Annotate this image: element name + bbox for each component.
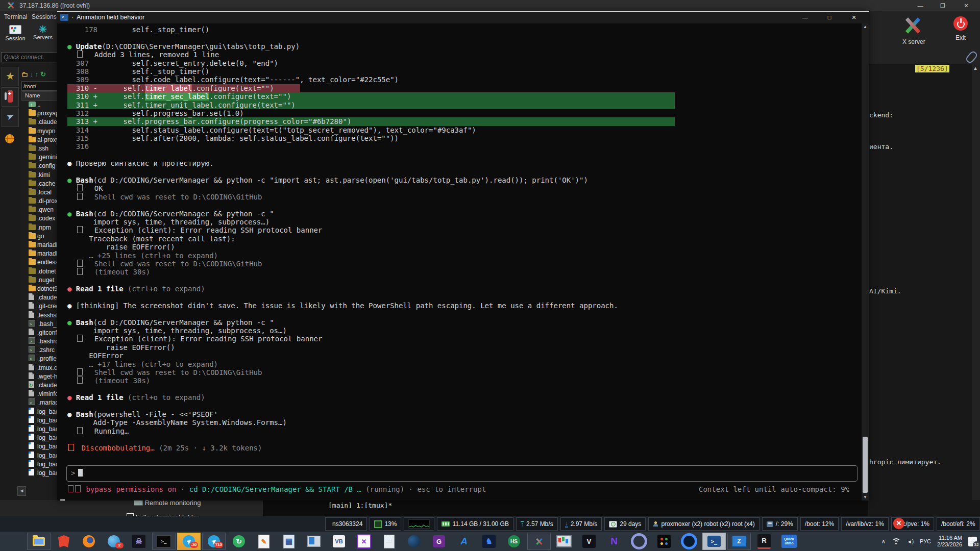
file-row[interactable]: .claude [21,118,57,127]
start-button[interactable] [2,533,26,550]
file-row[interactable]: .bashrc [21,337,57,346]
files-column-header[interactable]: Name [21,91,57,101]
mr-app[interactable]: R [752,533,776,550]
quick-connect-input[interactable] [1,52,59,62]
path-input[interactable] [21,81,57,91]
file-panel-scroll-left[interactable]: ◄ [17,486,26,496]
file-row[interactable]: .viminfo [21,390,57,398]
file-row[interactable]: .dotnet [21,267,57,276]
o-ring-app[interactable] [677,533,701,550]
file-row[interactable]: go [21,232,57,241]
blue-creature-app[interactable]: ♞ [477,533,501,550]
file-row[interactable]: log_backu [21,460,57,469]
notes-app[interactable] [377,533,401,550]
window-app[interactable] [302,533,326,550]
file-row[interactable]: .wget-hst [21,372,57,381]
file-row[interactable]: log_backu [21,416,57,425]
calculator[interactable]: ▦ [277,533,301,550]
file-row[interactable]: .. [21,101,57,109]
file-row[interactable]: .zshrc [21,346,57,355]
clock[interactable]: 11:16 AM 2/23/2026 [937,535,962,548]
sync-app[interactable]: ↻ [227,533,251,550]
notion-app[interactable]: N [602,533,626,550]
brave-browser[interactable] [52,533,76,550]
g-app[interactable]: G [427,533,451,550]
text-editor[interactable]: ✎ [252,533,276,550]
file-row[interactable]: log_backu [21,408,57,416]
file-row[interactable]: .git-crede [21,302,57,311]
servers-button[interactable]: ✳ Servers [30,25,56,40]
file-row[interactable]: log_backu [21,452,57,460]
dots-app[interactable] [652,533,676,550]
telegram-active[interactable]: ➤.30 [177,533,201,550]
claude-titlebar[interactable]: >_ · Animation field behavior — □ ✕ [57,12,869,23]
monitor-chart-app[interactable] [552,533,576,550]
sidebar-tab-network[interactable] [2,130,18,148]
file-row[interactable]: myvpn [21,127,57,136]
file-row[interactable]: .gemini [21,153,57,162]
file-row[interactable]: .gitconfig [21,329,57,337]
file-row[interactable]: .bash_his [21,320,57,329]
language-indicator[interactable]: РУС [920,538,931,544]
x-server-button[interactable]: X server [902,15,925,45]
scroll-down-icon[interactable]: ▼ [863,495,867,499]
file-row[interactable]: proxyapis [21,109,57,118]
sidebar-tab-favorites[interactable]: ★ [2,67,19,86]
file-row[interactable]: .di-proxy [21,197,57,206]
file-row[interactable]: log_backu [21,434,57,442]
file-row[interactable]: endlessh [21,258,57,267]
design-app[interactable]: ✕ [352,533,376,550]
file-row[interactable]: log_backu [21,425,57,434]
file-row[interactable]: .kimi [21,171,57,180]
file-row[interactable]: .local [21,188,57,197]
firefox-browser[interactable] [77,533,101,550]
statusbar-close-button[interactable]: ✕ [893,518,904,529]
v-app[interactable]: V [577,533,601,550]
minimize-button[interactable]: — [796,12,814,23]
upload-icon[interactable]: ↑ [35,70,39,78]
tray-chevron-icon[interactable]: ∧ [881,538,886,545]
mobaxterm-taskbar[interactable] [527,533,551,550]
restore-button[interactable]: ❐ [934,0,951,11]
scroll-up-icon[interactable]: ▲ [973,65,978,71]
thunderbird[interactable] [402,533,426,550]
file-row[interactable]: .cache [21,180,57,188]
volume-icon[interactable]: ◄) [907,539,914,544]
close-button[interactable]: ✕ [845,12,863,23]
file-row[interactable]: .mariadb_ [21,398,57,407]
hs-app[interactable]: HS [502,533,526,550]
scrollbar-thumb[interactable] [863,437,868,493]
file-row[interactable]: mariadb-c [21,249,57,258]
file-row[interactable]: .tmux.con [21,364,57,372]
powershell-active[interactable]: >_ [702,533,726,550]
file-row[interactable]: .claude.js [21,293,57,302]
file-row[interactable]: dotnet9 [21,285,57,293]
claude-scrollbar[interactable]: ▲ ▼ [862,23,869,500]
close-button[interactable]: ✕ [958,0,975,11]
copilot-app[interactable] [627,533,651,550]
file-row[interactable]: .npm [21,223,57,232]
wifi-icon[interactable] [892,538,901,545]
file-row[interactable]: log_backu [21,442,57,451]
file-row[interactable]: .codex [21,214,57,223]
maximize-button[interactable]: □ [821,12,838,23]
azure-app[interactable]: A [452,533,476,550]
file-explorer[interactable] [27,533,51,550]
scroll-up-icon[interactable]: ▲ [863,24,867,29]
file-row[interactable]: .lesshst [21,311,57,320]
file-row[interactable]: log_backu [21,469,57,478]
sidebar-tab-tools[interactable] [2,87,19,107]
vb-app[interactable]: VB [327,533,351,550]
file-row[interactable]: .profile [21,355,57,363]
telegram[interactable]: ➤715 [202,533,226,550]
right-pane-scrollbar[interactable]: ▲ ∨ [972,64,980,516]
z-monitor-app[interactable]: Z [727,533,751,550]
quick-utmo-app[interactable]: Quickutmo [777,533,801,550]
file-row[interactable]: .config [21,162,57,170]
minimize-button[interactable]: — [912,0,929,11]
terminal-content[interactable]: 178 self._stop_timer()● Update(D:\CODING… [57,23,862,500]
file-row[interactable]: mariadb-i [21,241,57,249]
menu-terminal[interactable]: Terminal [4,13,27,20]
session-button[interactable]: Session [2,25,29,41]
download-icon[interactable]: ↓ [30,70,34,78]
